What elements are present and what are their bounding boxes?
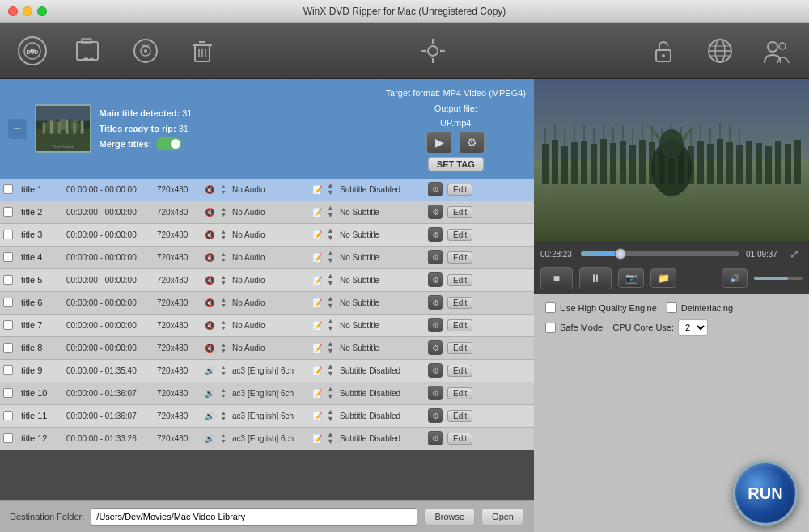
table-row[interactable]: title 2 00:00:00 - 00:00:00 720x480 🔇 ▲▼… xyxy=(0,201,534,224)
gear-button[interactable]: ⚙ xyxy=(428,340,443,355)
row-gear[interactable]: ⚙ xyxy=(428,205,444,219)
run-button[interactable]: RUN xyxy=(733,461,798,526)
table-row[interactable]: title 1 00:00:00 - 00:00:00 720x480 🔇 ▲▼… xyxy=(0,179,534,201)
gear-format-btn[interactable]: ⚙ xyxy=(459,131,485,154)
progress-track[interactable] xyxy=(581,251,739,256)
edit-button[interactable]: Edit xyxy=(447,184,472,196)
row-edit[interactable]: Edit xyxy=(447,410,478,422)
toolbar-iso-btn[interactable]: ISO xyxy=(129,35,162,67)
toolbar-dvd-btn[interactable]: DVD xyxy=(16,35,49,67)
row-check-input[interactable] xyxy=(3,275,13,285)
gear-button[interactable]: ⚙ xyxy=(428,227,443,242)
row-edit[interactable]: Edit xyxy=(447,297,478,309)
edit-button[interactable]: Edit xyxy=(447,297,472,309)
toolbar-add-btn[interactable] xyxy=(73,35,105,67)
cpu-core-select[interactable]: 1 2 4 8 xyxy=(678,319,708,336)
row-checkbox[interactable] xyxy=(3,320,18,330)
row-check-input[interactable] xyxy=(3,411,13,420)
pause-button[interactable]: ⏸ xyxy=(579,267,612,289)
toolbar-web-btn[interactable] xyxy=(704,35,736,67)
edit-button[interactable]: Edit xyxy=(447,229,472,241)
expand-button[interactable]: ⤢ xyxy=(786,246,803,262)
table-row[interactable]: title 5 00:00:00 - 00:00:00 720x480 🔇 ▲▼… xyxy=(0,269,534,292)
deinterlacing-checkbox[interactable] xyxy=(667,302,677,313)
row-check-input[interactable] xyxy=(3,298,13,307)
row-check-input[interactable] xyxy=(3,343,13,353)
row-edit[interactable]: Edit xyxy=(447,319,478,331)
row-edit[interactable]: Edit xyxy=(447,342,478,354)
row-gear[interactable]: ⚙ xyxy=(428,431,444,445)
safe-mode-checkbox[interactable] xyxy=(545,323,556,333)
gear-button[interactable]: ⚙ xyxy=(428,182,443,196)
close-button[interactable] xyxy=(8,6,18,16)
row-gear[interactable]: ⚙ xyxy=(428,250,444,264)
gear-button[interactable]: ⚙ xyxy=(428,272,443,287)
gear-button[interactable]: ⚙ xyxy=(428,431,443,445)
open-button[interactable]: Open xyxy=(481,508,524,526)
row-edit[interactable]: Edit xyxy=(447,387,478,399)
edit-button[interactable]: Edit xyxy=(447,410,472,422)
window-controls[interactable] xyxy=(8,6,47,16)
row-checkbox[interactable] xyxy=(3,388,18,398)
row-check-input[interactable] xyxy=(3,207,13,217)
row-checkbox[interactable] xyxy=(3,275,18,285)
table-row[interactable]: title 3 00:00:00 - 00:00:00 720x480 🔇 ▲▼… xyxy=(0,224,534,247)
collapse-button[interactable]: − xyxy=(8,119,27,139)
gear-button[interactable]: ⚙ xyxy=(428,408,443,423)
gear-button[interactable]: ⚙ xyxy=(428,250,443,264)
row-edit[interactable]: Edit xyxy=(447,274,478,286)
edit-button[interactable]: Edit xyxy=(447,433,472,445)
row-checkbox[interactable] xyxy=(3,252,18,262)
screenshot-button[interactable]: 📷 xyxy=(618,268,644,288)
high-quality-checkbox[interactable] xyxy=(545,302,556,313)
row-checkbox[interactable] xyxy=(3,433,18,443)
edit-button[interactable]: Edit xyxy=(447,365,472,377)
gear-button[interactable]: ⚙ xyxy=(428,205,443,219)
row-checkbox[interactable] xyxy=(3,207,18,217)
row-checkbox[interactable] xyxy=(3,411,18,420)
maximize-button[interactable] xyxy=(37,6,47,16)
row-gear[interactable]: ⚙ xyxy=(428,272,444,287)
row-gear[interactable]: ⚙ xyxy=(428,363,444,378)
row-check-input[interactable] xyxy=(3,184,13,194)
row-gear[interactable]: ⚙ xyxy=(428,295,444,310)
edit-button[interactable]: Edit xyxy=(447,274,472,286)
edit-button[interactable]: Edit xyxy=(447,206,472,218)
edit-button[interactable]: Edit xyxy=(447,342,472,354)
row-check-input[interactable] xyxy=(3,252,13,262)
row-edit[interactable]: Edit xyxy=(447,251,478,264)
row-checkbox[interactable] xyxy=(3,230,18,239)
row-gear[interactable]: ⚙ xyxy=(428,227,444,242)
row-edit[interactable]: Edit xyxy=(447,229,478,241)
table-row[interactable]: title 9 00:00:00 - 01:35:40 720x480 🔊 ▲▼… xyxy=(0,360,534,382)
browse-button[interactable]: Browse xyxy=(424,508,475,526)
title-table[interactable]: title 1 00:00:00 - 00:00:00 720x480 🔇 ▲▼… xyxy=(0,179,534,500)
row-gear[interactable]: ⚙ xyxy=(428,340,444,355)
set-tag-button[interactable]: SET TAG xyxy=(428,157,484,171)
toolbar-unlock-btn[interactable] xyxy=(647,35,680,67)
table-row[interactable]: title 6 00:00:00 - 00:00:00 720x480 🔇 ▲▼… xyxy=(0,292,534,315)
row-check-input[interactable] xyxy=(3,365,13,375)
table-row[interactable]: title 4 00:00:00 - 00:00:00 720x480 🔇 ▲▼… xyxy=(0,247,534,269)
row-check-input[interactable] xyxy=(3,388,13,398)
folder-button[interactable]: 📁 xyxy=(650,268,676,288)
progress-thumb[interactable] xyxy=(615,248,626,260)
row-check-input[interactable] xyxy=(3,320,13,330)
row-gear[interactable]: ⚙ xyxy=(428,386,444,400)
edit-button[interactable]: Edit xyxy=(447,319,472,331)
minimize-button[interactable] xyxy=(23,6,32,16)
stop-button[interactable]: ■ xyxy=(540,267,573,289)
table-row[interactable]: title 12 00:00:00 - 01:33:26 720x480 🔊 ▲… xyxy=(0,428,534,450)
row-edit[interactable]: Edit xyxy=(447,184,478,196)
row-checkbox[interactable] xyxy=(3,184,18,194)
gear-button[interactable]: ⚙ xyxy=(428,386,443,400)
row-checkbox[interactable] xyxy=(3,365,18,375)
table-row[interactable]: title 8 00:00:00 - 00:00:00 720x480 🔇 ▲▼… xyxy=(0,337,534,360)
row-checkbox[interactable] xyxy=(3,298,18,307)
row-check-input[interactable] xyxy=(3,433,13,443)
row-edit[interactable]: Edit xyxy=(447,365,478,377)
row-check-input[interactable] xyxy=(3,230,13,239)
edit-button[interactable]: Edit xyxy=(447,251,472,264)
row-gear[interactable]: ⚙ xyxy=(428,408,444,423)
gear-button[interactable]: ⚙ xyxy=(428,295,443,310)
